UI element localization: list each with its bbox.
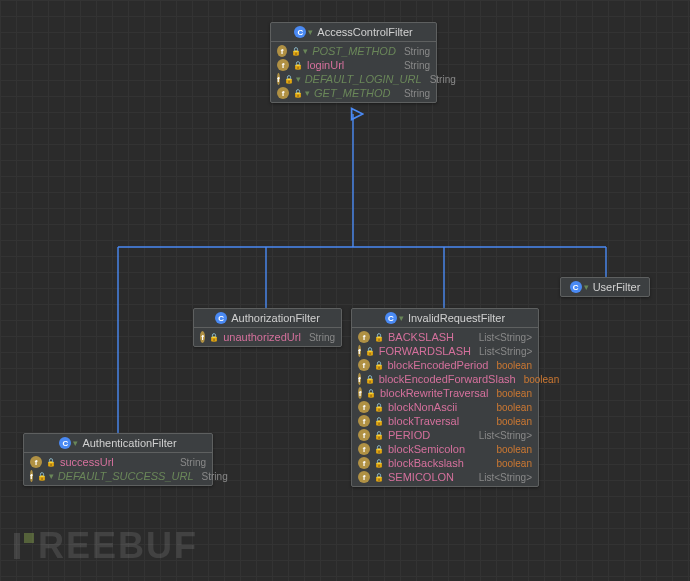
field-icon: f: [358, 415, 370, 427]
class-node-invalid-request-filter[interactable]: C ▾ InvalidRequestFilter f🔒BACKSLASHList…: [351, 308, 539, 487]
field-row: f🔒blockEncodedForwardSlashboolean: [352, 372, 538, 386]
field-type: String: [180, 457, 206, 468]
field-row: f🔒successUrlString: [24, 455, 212, 469]
field-name: PERIOD: [388, 429, 430, 441]
class-node-authorization-filter[interactable]: C AuthorizationFilter f🔒unauthorizedUrlS…: [193, 308, 342, 347]
field-row: f🔒blockEncodedPeriodboolean: [352, 358, 538, 372]
field-name: blockSemicolon: [388, 443, 465, 455]
field-row: f🔒PERIODList<String>: [352, 428, 538, 442]
class-node-authentication-filter[interactable]: C ▾ AuthenticationFilter f🔒successUrlStr…: [23, 433, 213, 486]
field-list: f🔒BACKSLASHList<String>f🔒FORWARDSLASHLis…: [352, 328, 538, 486]
inherits-icon: ▾: [73, 438, 78, 448]
lock-icon: 🔒: [293, 60, 303, 70]
lock-icon: 🔒: [293, 88, 303, 98]
field-row: f🔒blockTraversalboolean: [352, 414, 538, 428]
field-name: unauthorizedUrl: [223, 331, 301, 343]
field-type: boolean: [496, 360, 532, 371]
field-type: boolean: [496, 416, 532, 427]
field-row: f🔒blockBackslashboolean: [352, 456, 538, 470]
lock-icon: 🔒: [291, 46, 301, 56]
inherits-icon: ▾: [399, 313, 404, 323]
lock-icon: 🔒: [374, 416, 384, 426]
field-name: blockEncodedPeriod: [388, 359, 489, 371]
field-type: boolean: [496, 388, 532, 399]
class-title-row: C ▾ UserFilter: [561, 278, 649, 296]
field-row: f🔒SEMICOLONList<String>: [352, 470, 538, 484]
field-icon: f: [277, 73, 280, 85]
class-icon: C: [570, 281, 582, 293]
field-icon: f: [358, 373, 361, 385]
class-node-access-control-filter[interactable]: C ▾ AccessControlFilter f🔒▾POST_METHODSt…: [270, 22, 437, 103]
lock-icon: 🔒: [365, 374, 375, 384]
field-icon: f: [277, 45, 287, 57]
class-title-row: C AuthorizationFilter: [194, 309, 341, 328]
class-icon: C: [215, 312, 227, 324]
field-name: blockEncodedForwardSlash: [379, 373, 516, 385]
field-icon: f: [30, 456, 42, 468]
field-row: f🔒blockSemicolonboolean: [352, 442, 538, 456]
field-row: f🔒blockRewriteTraversalboolean: [352, 386, 538, 400]
field-row: f🔒blockNonAsciiboolean: [352, 400, 538, 414]
class-title-row: C ▾ AuthenticationFilter: [24, 434, 212, 453]
field-name: blockRewriteTraversal: [380, 387, 488, 399]
lock-icon: 🔒: [365, 346, 375, 356]
field-type: List<String>: [479, 332, 532, 343]
field-type: boolean: [524, 374, 560, 385]
field-name: blockTraversal: [388, 415, 459, 427]
field-icon: f: [358, 387, 362, 399]
class-icon: C: [59, 437, 71, 449]
lock-icon: 🔒: [284, 74, 294, 84]
field-name: blockNonAscii: [388, 401, 457, 413]
inherits-icon: ▾: [584, 282, 589, 292]
field-name: successUrl: [60, 456, 114, 468]
watermark-text: REEBUF: [38, 525, 198, 567]
field-type: boolean: [496, 458, 532, 469]
field-icon: f: [358, 359, 370, 371]
field-icon: f: [30, 470, 33, 482]
field-type: String: [404, 46, 430, 57]
field-icon: f: [358, 331, 370, 343]
lock-icon: 🔒: [374, 360, 384, 370]
lock-icon: 🔒: [374, 430, 384, 440]
class-title: AuthorizationFilter: [231, 312, 320, 324]
field-list: f🔒unauthorizedUrlString: [194, 328, 341, 346]
field-type: String: [404, 60, 430, 71]
class-title-row: C ▾ AccessControlFilter: [271, 23, 436, 42]
static-marker-icon: ▾: [49, 471, 54, 481]
field-type: List<String>: [479, 346, 532, 357]
field-row: f🔒BACKSLASHList<String>: [352, 330, 538, 344]
lock-icon: 🔒: [374, 458, 384, 468]
lock-icon: 🔒: [374, 444, 384, 454]
field-row: f🔒▾POST_METHODString: [271, 44, 436, 58]
field-type: boolean: [496, 444, 532, 455]
class-title-row: C ▾ InvalidRequestFilter: [352, 309, 538, 328]
field-type: String: [404, 88, 430, 99]
field-type: List<String>: [479, 472, 532, 483]
field-type: boolean: [496, 402, 532, 413]
field-row: f🔒▾GET_METHODString: [271, 86, 436, 100]
static-marker-icon: ▾: [303, 46, 308, 56]
field-name: POST_METHOD: [312, 45, 396, 57]
class-title: AuthenticationFilter: [82, 437, 176, 449]
field-icon: f: [358, 401, 370, 413]
field-row: f🔒unauthorizedUrlString: [194, 330, 341, 344]
field-icon: f: [358, 457, 370, 469]
field-type: String: [202, 471, 228, 482]
lock-icon: 🔒: [374, 332, 384, 342]
field-type: String: [430, 74, 456, 85]
class-title: UserFilter: [593, 281, 641, 293]
field-row: f🔒FORWARDSLASHList<String>: [352, 344, 538, 358]
lock-icon: 🔒: [374, 472, 384, 482]
field-icon: f: [358, 443, 370, 455]
field-name: blockBackslash: [388, 457, 464, 469]
lock-icon: 🔒: [374, 402, 384, 412]
field-name: FORWARDSLASH: [379, 345, 471, 357]
inherits-icon: ▾: [308, 27, 313, 37]
class-node-user-filter[interactable]: C ▾ UserFilter: [560, 277, 650, 297]
field-icon: f: [277, 87, 289, 99]
field-icon: f: [277, 59, 289, 71]
class-icon: C: [294, 26, 306, 38]
lock-icon: 🔒: [37, 471, 47, 481]
field-name: DEFAULT_SUCCESS_URL: [58, 470, 194, 482]
field-list: f🔒▾POST_METHODStringf🔒loginUrlStringf🔒▾D…: [271, 42, 436, 102]
